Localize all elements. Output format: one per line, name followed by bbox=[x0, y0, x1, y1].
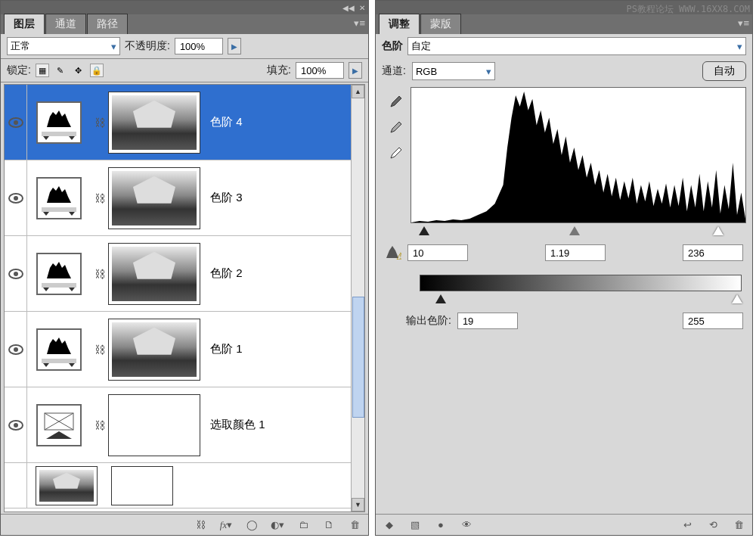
mask-thumbnail[interactable] bbox=[109, 319, 200, 380]
mask-thumbnail[interactable] bbox=[112, 467, 172, 505]
highlight-slider[interactable] bbox=[713, 226, 723, 235]
levels-adj-icon bbox=[36, 253, 82, 295]
new-layer-icon[interactable]: 🗋 bbox=[321, 518, 336, 533]
link-icon[interactable]: ⛓ bbox=[91, 419, 109, 431]
collapse-icon[interactable]: ◀◀ bbox=[342, 4, 355, 12]
svg-text:⚠: ⚠ bbox=[396, 250, 401, 261]
visibility-toggle[interactable] bbox=[8, 117, 23, 128]
output-white-slider[interactable] bbox=[732, 294, 742, 303]
output-levels-row: 输出色阶: 19 255 bbox=[406, 313, 743, 329]
tab-adjustments[interactable]: 调整 bbox=[379, 14, 420, 34]
delete-icon[interactable]: 🗑 bbox=[347, 518, 362, 533]
layer-row-levels-4[interactable]: ⛓ 色阶 4 bbox=[5, 85, 364, 160]
panel-menu-icon[interactable]: ▾≡ bbox=[738, 17, 749, 29]
visibility-toggle[interactable] bbox=[8, 420, 23, 431]
visibility-toggle[interactable] bbox=[8, 269, 23, 279]
scrollbar-thumb[interactable] bbox=[352, 297, 364, 418]
back-icon[interactable]: ◆ bbox=[382, 518, 397, 533]
preset-select[interactable]: 自定 ▾ bbox=[407, 37, 746, 55]
link-layers-icon[interactable]: ⛓ bbox=[193, 518, 208, 533]
output-white-field[interactable]: 255 bbox=[683, 313, 743, 329]
layer-thumbnail[interactable] bbox=[36, 467, 97, 505]
clip-to-layer-icon[interactable]: ▧ bbox=[407, 518, 423, 533]
link-icon[interactable]: ⛓ bbox=[91, 268, 109, 280]
input-white-field[interactable]: 236 bbox=[683, 244, 743, 261]
eyedropper-gray-icon[interactable] bbox=[388, 117, 406, 135]
layer-row-partial[interactable] bbox=[5, 463, 364, 508]
layer-name: 色阶 1 bbox=[210, 342, 243, 356]
view-previous-icon[interactable]: ● bbox=[433, 518, 448, 533]
visibility-toggle[interactable] bbox=[8, 193, 23, 204]
fill-label: 填充: bbox=[267, 64, 291, 77]
scroll-down-icon[interactable]: ▼ bbox=[352, 498, 364, 512]
tab-layers[interactable]: 图层 bbox=[4, 14, 45, 34]
svg-marker-3 bbox=[46, 431, 72, 439]
delete-adjustment-icon[interactable]: 🗑 bbox=[731, 518, 746, 533]
output-black-field[interactable]: 19 bbox=[457, 313, 518, 329]
scroll-up-icon[interactable]: ▲ bbox=[352, 85, 364, 98]
tab-strip: 图层 通道 路径 ▾≡ bbox=[1, 14, 368, 34]
auto-button[interactable]: 自动 bbox=[702, 61, 746, 81]
opacity-stepper[interactable]: ▶ bbox=[228, 38, 241, 54]
fx-icon[interactable]: fx▾ bbox=[218, 518, 234, 533]
lock-brush-icon[interactable]: ✎ bbox=[54, 64, 67, 77]
input-level-sliders bbox=[412, 226, 746, 238]
link-icon[interactable]: ⛓ bbox=[91, 192, 109, 204]
midtone-slider[interactable] bbox=[569, 226, 580, 235]
input-mid-field[interactable]: 1.19 bbox=[545, 244, 606, 261]
layer-row-selective-color-1[interactable]: ⛓ 选取颜色 1 bbox=[5, 387, 364, 463]
tab-strip: 调整 蒙版 ▾≡ bbox=[376, 14, 752, 34]
eyedropper-group bbox=[382, 87, 406, 223]
layer-name: 色阶 4 bbox=[210, 115, 243, 129]
lock-transparent-icon[interactable]: ▦ bbox=[36, 64, 49, 77]
preset-row: 色阶 自定 ▾ bbox=[376, 34, 752, 58]
chevron-down-icon: ▾ bbox=[111, 41, 116, 52]
blend-mode-value: 正常 bbox=[11, 39, 30, 53]
link-icon[interactable]: ⛓ bbox=[91, 344, 109, 356]
toggle-visibility-icon[interactable]: 👁 bbox=[459, 518, 474, 533]
adjustment-type-label: 色阶 bbox=[382, 39, 403, 53]
input-black-field[interactable]: 10 bbox=[407, 244, 468, 261]
adjustments-bottom-bar: ◆ ▧ ● 👁 ↩ ⟲ 🗑 bbox=[376, 514, 752, 535]
histogram-warning-icon[interactable]: ⚠ bbox=[385, 244, 401, 261]
channel-select[interactable]: RGB ▾ bbox=[412, 62, 495, 80]
eyedropper-black-icon[interactable] bbox=[388, 92, 406, 110]
layer-name: 选取颜色 1 bbox=[210, 418, 265, 432]
output-black-slider[interactable] bbox=[435, 294, 446, 303]
opacity-label: 不透明度: bbox=[125, 39, 170, 53]
eyedropper-white-icon[interactable] bbox=[388, 143, 406, 161]
lock-move-icon[interactable]: ✥ bbox=[72, 64, 85, 77]
reset-default-icon[interactable]: ⟲ bbox=[705, 518, 720, 533]
close-icon[interactable]: ✕ bbox=[359, 4, 365, 12]
output-gradient bbox=[420, 275, 742, 291]
chevron-down-icon: ▾ bbox=[486, 66, 491, 77]
mask-thumbnail[interactable] bbox=[109, 92, 200, 153]
channel-value: RGB bbox=[416, 66, 437, 77]
layer-row-levels-1[interactable]: ⛓ 色阶 1 bbox=[5, 312, 364, 387]
group-icon[interactable]: 🗀 bbox=[296, 518, 311, 533]
opacity-input[interactable]: 100% bbox=[175, 38, 223, 54]
adjustments-panel: 调整 蒙版 ▾≡ 色阶 自定 ▾ 通道: RGB ▾ 自动 bbox=[375, 0, 753, 536]
mask-thumbnail[interactable] bbox=[109, 168, 200, 229]
fill-stepper[interactable]: ▶ bbox=[349, 62, 362, 79]
panel-menu-icon[interactable]: ▾≡ bbox=[354, 17, 365, 29]
preset-value: 自定 bbox=[411, 39, 431, 53]
mask-thumbnail[interactable] bbox=[109, 244, 200, 304]
reset-icon[interactable]: ↩ bbox=[680, 518, 695, 533]
tab-channels[interactable]: 通道 bbox=[45, 14, 86, 34]
layer-row-levels-3[interactable]: ⛓ 色阶 3 bbox=[5, 160, 364, 236]
link-icon[interactable]: ⛓ bbox=[91, 117, 109, 129]
blend-mode-select[interactable]: 正常 ▾ bbox=[7, 37, 120, 55]
mask-icon[interactable]: ◯ bbox=[244, 518, 259, 533]
adjustment-icon[interactable]: ◐▾ bbox=[270, 518, 285, 533]
scrollbar[interactable]: ▲ ▼ bbox=[351, 85, 364, 512]
lock-all-icon[interactable]: 🔒 bbox=[90, 64, 104, 77]
mask-thumbnail[interactable] bbox=[109, 395, 200, 456]
fill-input[interactable]: 100% bbox=[296, 62, 344, 79]
levels-adj-icon bbox=[36, 177, 82, 219]
tab-masks[interactable]: 蒙版 bbox=[420, 14, 461, 34]
layer-row-levels-2[interactable]: ⛓ 色阶 2 bbox=[5, 236, 364, 312]
shadow-slider[interactable] bbox=[419, 226, 429, 235]
tab-paths[interactable]: 路径 bbox=[87, 14, 128, 34]
visibility-toggle[interactable] bbox=[8, 344, 23, 355]
